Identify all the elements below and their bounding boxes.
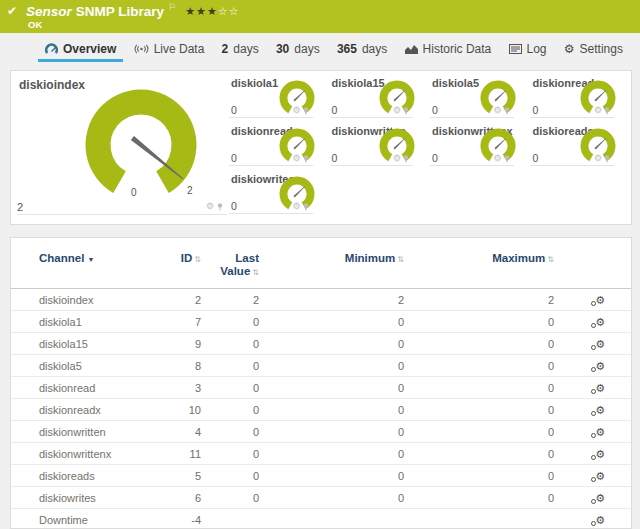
small-gauge-diskionreadx[interactable]: diskionreadx 0 ⚙ [229,123,321,171]
table-row-diskionread[interactable]: diskionread 3 0 0 0 ⚙ [11,377,631,399]
gear-icon[interactable]: ⚙ [493,106,501,115]
channel-id: -4 [161,514,201,526]
small-gauge-diskionwrittenx[interactable]: diskionwrittenx 0 ⚙ [430,123,522,171]
gear-icon[interactable]: ⚙ [206,202,214,211]
pin-icon[interactable] [303,107,309,115]
small-gauge-diskiola5[interactable]: diskiola5 0 ⚙ [430,75,522,123]
gear-icon[interactable]: ⚙ [393,106,401,115]
table-row-diskioindex[interactable]: diskioindex 2 2 2 2 ⚙ [11,289,631,311]
table-row-diskionwrittenx[interactable]: diskionwrittenx 11 0 0 0 ⚙ [11,443,631,465]
channel-name[interactable]: diskionreadx [39,404,161,416]
flag-icon[interactable]: ⚐ [168,2,176,12]
gear-icon[interactable]: ⚙ [292,106,300,115]
small-gauge-diskiola1[interactable]: diskiola1 0 ⚙ [229,75,321,123]
pin-icon[interactable] [504,155,510,163]
channel-maximum: 0 [404,470,554,482]
channel-name[interactable]: diskioindex [39,294,161,306]
small-gauge-diskioreads[interactable]: diskioreads 0 ⚙ [531,123,623,171]
channel-name[interactable]: diskiowrites [39,492,161,504]
gear-icon[interactable]: ⚙ [292,202,300,211]
small-gauge-diskiola15[interactable]: diskiola15 0 ⚙ [330,75,422,123]
pin-icon[interactable] [504,107,510,115]
table-row-diskiola1[interactable]: diskiola1 7 0 0 0 ⚙ [11,311,631,333]
small-gauge-diskionread[interactable]: diskionread 0 ⚙ [531,75,623,123]
gauge-icon [45,43,58,54]
small-gauges-grid: diskiola1 0 ⚙ diskiola15 0 ⚙ diskiola5 0 [229,75,631,224]
column-header-channel[interactable]: Channel▼ [39,252,161,266]
small-gauge-diskionwritten[interactable]: diskionwritten 0 ⚙ [330,123,422,171]
channel-settings-icon[interactable]: ⚙ [595,317,605,328]
star-empty-icon[interactable]: ☆ [229,5,240,17]
channel-settings-icon[interactable]: ⚙ [595,515,605,526]
pin-icon[interactable] [303,155,309,163]
table-row-downtime[interactable]: Downtime -4 ⚙ [11,509,631,529]
channel-name[interactable]: diskiola5 [39,360,161,372]
channel-name[interactable]: diskiola15 [39,338,161,350]
tab-live-data[interactable]: Live Data [127,33,212,64]
table-row-diskiola15[interactable]: diskiola15 9 0 0 0 ⚙ [11,333,631,355]
channel-settings-icon[interactable]: ⚙ [595,449,605,460]
gauge-dial [61,83,221,201]
column-header-id[interactable]: ID⇅ [161,252,201,266]
gear-icon[interactable]: ⚙ [292,154,300,163]
column-header-minimum[interactable]: Minimum⇅ [259,252,404,266]
channel-settings-icon[interactable]: ⚙ [595,427,605,438]
channel-settings-icon[interactable]: ⚙ [595,493,605,504]
tab-log[interactable]: Log [502,33,554,64]
channel-settings-icon[interactable]: ⚙ [595,339,605,350]
column-header-last-value[interactable]: Last Value⇅ [201,252,259,279]
tab-settings[interactable]: ⚙Settings [557,33,630,64]
gear-icon[interactable]: ⚙ [594,106,602,115]
channel-name[interactable]: diskionwritten [39,426,161,438]
star-filled-icon[interactable]: ★ [196,5,207,17]
channel-settings-icon[interactable]: ⚙ [595,405,605,416]
channel-settings-icon[interactable]: ⚙ [595,471,605,482]
gear-icon[interactable]: ⚙ [393,154,401,163]
tab-label: Live Data [154,42,205,56]
channel-settings-icon[interactable]: ⚙ [595,383,605,394]
table-row-diskiowrites[interactable]: diskiowrites 6 0 0 0 ⚙ [11,487,631,509]
main-gauge-diskioindex[interactable]: diskioindex 0 2 2 ⚙ [11,75,229,224]
channel-id: 10 [161,404,201,416]
channel-name[interactable]: Downtime [39,514,161,526]
table-row-diskionwritten[interactable]: diskionwritten 4 0 0 0 ⚙ [11,421,631,443]
channel-minimum: 0 [259,382,404,394]
pin-icon[interactable] [303,203,309,211]
tab-label: Overview [63,42,116,56]
channel-name[interactable]: diskionwrittenx [39,448,161,460]
channel-name[interactable]: diskiola1 [39,316,161,328]
column-header-maximum[interactable]: Maximum⇅ [404,252,554,266]
sort-icon: ⇅ [397,255,404,264]
gauge-last-value: 0 [231,200,237,212]
small-gauge-diskiowrites[interactable]: diskiowrites 0 ⚙ [229,171,321,219]
channel-name[interactable]: diskioreads [39,470,161,482]
channel-minimum: 0 [259,404,404,416]
pin-icon[interactable] [604,107,610,115]
gear-icon[interactable]: ⚙ [594,154,602,163]
table-row-diskiola5[interactable]: diskiola5 8 0 0 0 ⚙ [11,355,631,377]
table-row-diskioreads[interactable]: diskioreads 5 0 0 0 ⚙ [11,465,631,487]
tab-overview[interactable]: Overview [38,33,123,64]
star-empty-icon[interactable]: ☆ [218,5,229,17]
star-filled-icon[interactable]: ★ [185,5,196,17]
channel-settings-icon[interactable]: ⚙ [595,295,605,306]
tab-365-days[interactable]: 365days [330,33,394,64]
table-body: diskioindex 2 2 2 2 ⚙ diskiola1 7 0 0 0 … [11,289,631,529]
tab-30-days[interactable]: 30days [269,33,327,64]
gauge-last-value: 0 [231,104,237,116]
table-row-diskionreadx[interactable]: diskionreadx 10 0 0 0 ⚙ [11,399,631,421]
divider [330,117,414,118]
tab-historic-data[interactable]: Historic Data [398,33,499,64]
pin-icon[interactable] [604,155,610,163]
pin-icon[interactable] [403,107,409,115]
pin-icon[interactable] [217,203,223,211]
gear-icon[interactable]: ⚙ [493,154,501,163]
tab-2-days[interactable]: 2days [215,33,266,64]
gauge-last-value: 0 [231,152,237,164]
gauge-last-value: 0 [432,152,438,164]
channel-minimum: 2 [259,294,404,306]
star-filled-icon[interactable]: ★ [207,5,218,17]
channel-name[interactable]: diskionread [39,382,161,394]
pin-icon[interactable] [403,155,409,163]
channel-settings-icon[interactable]: ⚙ [595,361,605,372]
